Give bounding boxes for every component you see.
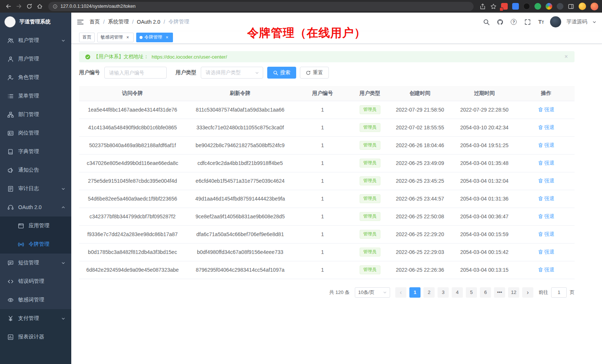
force-logout-button[interactable]: 强退	[538, 160, 554, 166]
chevron-down-icon[interactable]	[592, 20, 596, 24]
breadcrumb-item[interactable]: OAuth 2.0	[137, 19, 160, 25]
help-icon[interactable]: ?	[510, 18, 517, 26]
sidebar-item-notice[interactable]: 通知公告	[0, 161, 71, 179]
reset-button[interactable]: 重置	[300, 67, 329, 79]
column-header: 操作	[518, 86, 575, 101]
force-logout-button[interactable]: 强退	[538, 249, 554, 255]
sidebar-item-oauth2-application[interactable]: 应用管理	[0, 216, 71, 235]
user-avatar[interactable]	[550, 16, 561, 27]
bookmark-star-icon[interactable]	[490, 3, 497, 10]
force-logout-label: 强退	[544, 249, 554, 255]
emoji-avatar-icon[interactable]	[579, 3, 586, 10]
home-icon[interactable]	[35, 1, 45, 11]
cell-created-time: 2022-06-25 22:50:08	[389, 208, 451, 225]
fullscreen-icon[interactable]	[524, 18, 531, 26]
table-row: 6d842e2924594de9a09e45e087323abe8796295f…	[79, 261, 575, 279]
pagination-next-button[interactable]: ›	[522, 287, 533, 298]
cell-user-type: 管理员	[351, 154, 389, 172]
force-logout-button[interactable]: 强退	[538, 124, 554, 131]
trash-icon	[538, 232, 543, 236]
menu-icon	[7, 93, 14, 99]
breadcrumb-separator: /	[132, 19, 134, 25]
force-logout-button[interactable]: 强退	[538, 267, 554, 273]
share-icon[interactable]	[480, 3, 486, 10]
breadcrumb-item[interactable]: 首页	[89, 19, 100, 25]
force-logout-button[interactable]: 强退	[538, 106, 554, 113]
token-table: 访问令牌刷新令牌用户编号用户类型创建时间过期时间操作 1ea5e44f8bc14…	[79, 86, 575, 279]
github-icon[interactable]	[496, 18, 504, 26]
sidebar-item-oauth2[interactable]: OAuth 2.0	[0, 198, 71, 216]
sidebar-item-sensitive-word[interactable]: 敏感词管理	[0, 291, 71, 309]
pagination-page-3[interactable]: 3	[438, 287, 449, 298]
force-logout-button[interactable]: 强退	[538, 178, 554, 184]
sidebar-item-post[interactable]: 岗位管理	[0, 124, 71, 142]
sms-icon	[7, 260, 14, 266]
user-type-select[interactable]: 请选择用户类型	[201, 67, 263, 79]
sidebar-item-sms[interactable]: 短信管理	[0, 254, 71, 272]
goto-page-input[interactable]	[551, 287, 567, 298]
pagination-page-4[interactable]: 4	[452, 287, 463, 298]
page-size-select[interactable]: 10条/页	[355, 287, 390, 298]
pagination-prev-button[interactable]: ‹	[395, 287, 406, 298]
app-logo-row[interactable]: 芋道管理系统	[0, 13, 71, 31]
user-type-placeholder: 请选择用户类型	[206, 69, 241, 76]
hamburger-icon[interactable]	[77, 19, 84, 26]
site-info-icon[interactable]	[53, 4, 58, 9]
cell-access-token: 6d842e2924594de9a09e45e087323abe	[79, 261, 186, 279]
sidebar-item-dept[interactable]: 部门管理	[0, 105, 71, 124]
pagination-page-12[interactable]: 12	[508, 287, 519, 298]
profile-avatar-icon[interactable]	[590, 3, 598, 10]
extension-green-icon[interactable]	[534, 3, 541, 10]
sidebar-item-report-designer[interactable]: 报表设计器	[0, 328, 71, 346]
reload-icon[interactable]	[24, 1, 34, 11]
cell-refresh-token: be90422b8c7946218275a508bf524fc9	[186, 136, 294, 154]
sidebar-item-error-code[interactable]: 错误码管理	[0, 272, 71, 291]
breadcrumb-item[interactable]: 系统管理	[108, 19, 129, 25]
user-type-badge: 管理员	[360, 123, 380, 132]
sidebar-item-pay[interactable]: 支付管理	[0, 309, 71, 328]
search-button[interactable]: 搜索	[267, 67, 296, 79]
force-logout-button[interactable]: 强退	[538, 213, 554, 220]
tab-token[interactable]: 令牌管理×	[136, 33, 173, 42]
errcode-icon	[7, 278, 14, 285]
sidebar-item-audit-log[interactable]: 审计日志	[0, 179, 71, 198]
sidebar-item-oauth2-token[interactable]: 令牌管理	[0, 235, 71, 254]
extension-blue-icon[interactable]	[512, 3, 519, 10]
address-bar[interactable]: 127.0.0.1:1024/system/oauth2/token	[48, 2, 474, 11]
notice-icon	[7, 167, 14, 173]
sidebar-panel-icon[interactable]	[568, 3, 574, 10]
cell-actions: 强退	[518, 136, 575, 154]
tab-close-icon[interactable]: ×	[164, 35, 170, 40]
sidebar-item-dict[interactable]: 字典管理	[0, 142, 71, 161]
extension-dark-icon[interactable]	[557, 3, 563, 10]
font-size-icon[interactable]: TT	[537, 18, 545, 26]
force-logout-button[interactable]: 强退	[538, 195, 554, 202]
sidebar-item-menu[interactable]: 菜单管理	[0, 87, 71, 105]
alert-doc-link[interactable]: https://doc.iocoder.cn/user-center/	[152, 54, 227, 60]
pagination-page-1[interactable]: 1	[409, 287, 421, 298]
search-icon[interactable]	[482, 18, 490, 26]
tab-sensitive-word[interactable]: 敏感词管理×	[97, 33, 134, 42]
forward-icon[interactable]	[14, 1, 24, 11]
extension-red-icon[interactable]	[501, 3, 508, 10]
extension-colorful-icon[interactable]	[546, 3, 552, 10]
user-id-input[interactable]	[104, 67, 167, 79]
pagination-ellipsis[interactable]: •••	[494, 287, 505, 298]
alert-close-icon[interactable]: ×	[565, 54, 568, 60]
tab-close-icon[interactable]: ×	[125, 35, 130, 40]
force-logout-button[interactable]: 强退	[538, 142, 554, 149]
sidebar-item-label: 错误码管理	[18, 278, 44, 285]
force-logout-button[interactable]: 强退	[538, 231, 554, 238]
extension-black-icon[interactable]	[523, 3, 530, 10]
username[interactable]: 芋道源码	[566, 19, 587, 25]
sidebar-item-tenant[interactable]: 租户管理	[0, 31, 71, 50]
pagination-page-2[interactable]: 2	[423, 287, 435, 298]
pagination-page-5[interactable]: 5	[466, 287, 477, 298]
chevron-down-icon	[61, 187, 65, 191]
back-icon[interactable]	[4, 1, 13, 11]
sidebar-item-role[interactable]: 角色管理	[0, 68, 71, 87]
tab-home[interactable]: 首页	[79, 33, 95, 42]
pagination-page-6[interactable]: 6	[480, 287, 491, 298]
sidebar-item-user[interactable]: 用户管理	[0, 50, 71, 68]
app-logo	[4, 16, 16, 27]
